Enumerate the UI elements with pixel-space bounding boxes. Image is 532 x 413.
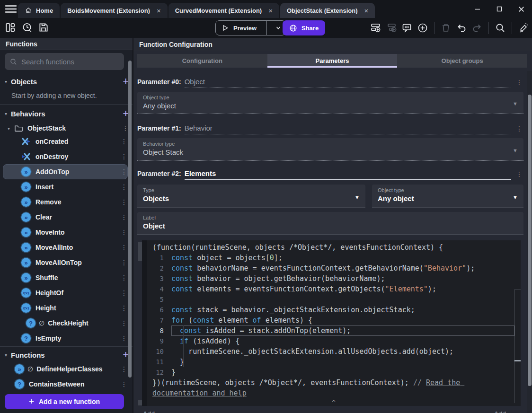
collapse-caret-icon[interactable]: ▾ [8,126,10,131]
kebab-menu-icon[interactable]: ⋮ [516,125,523,134]
code-line-1[interactable]: 1const object = objects[0]; [152,253,515,263]
sidebar-item-isempty[interactable]: ?IsEmpty⋮ [3,331,128,346]
kebab-menu-icon[interactable]: ⋮ [121,289,127,297]
sidebar-item-containsbetween[interactable]: ?ContainsBetween⋮ [3,377,128,392]
code-line-12[interactable]: 12} [152,367,515,378]
kebab-menu-icon[interactable]: ⋮ [121,228,127,236]
edit-scene-icon[interactable] [518,22,529,34]
kebab-menu-icon[interactable]: ⋮ [121,319,127,327]
kebab-menu-icon[interactable]: ⋮ [121,334,127,342]
sidebar-item-ondestroy[interactable]: onDestroy⋮ [3,149,128,164]
maximize-button[interactable] [488,0,510,18]
titlebar-tab-boidsmovement-extension-[interactable]: BoidsMovement (Extension)× [61,3,168,18]
sidebar-item-remove[interactable]: »Remove⋮ [3,194,128,210]
kebab-menu-icon[interactable]: ⋮ [122,124,129,132]
tab-configuration[interactable]: Configuration [137,54,267,68]
javascript-code-editor[interactable]: (function(runtimeScene, objects /*Object… [147,240,521,406]
kebab-menu-icon[interactable]: ⋮ [121,183,127,191]
main-scrollbar-thumb[interactable] [528,95,532,386]
sidebar-item-moveallontop[interactable]: »MoveAllOnTop⋮ [3,255,128,270]
search-functions-box[interactable] [5,53,124,70]
behavior-type-select[interactable]: Behavior type Object Stack ▼ [137,138,523,161]
event-handle[interactable] [138,400,142,405]
collapse-caret-icon[interactable]: ▾ [5,352,7,358]
titlebar-tab-home[interactable]: Home [18,3,60,18]
search-functions-input[interactable] [21,58,111,66]
delete-icon[interactable] [440,22,452,34]
kebab-menu-icon[interactable]: ⋮ [121,153,127,160]
tab-close-icon[interactable]: × [268,7,273,15]
kebab-menu-icon[interactable]: ⋮ [516,79,523,88]
code-line-4[interactable]: 4const elements = eventsFunctionContext.… [152,284,515,294]
parameter-name-input[interactable]: Behavior [185,124,511,134]
parameter-name-input[interactable]: Object [185,78,511,88]
object-type-select[interactable]: Object type Any object ▼ [137,92,523,114]
share-button[interactable]: Share [283,20,325,35]
add-event-icon[interactable] [370,22,381,34]
add-circle-icon[interactable] [417,22,428,34]
collapse-caret-icon[interactable]: ▾ [5,79,7,84]
code-line-5[interactable]: 5 [152,294,515,305]
main-menu-icon[interactable] [5,4,17,14]
collapse-caret-icon[interactable]: ▾ [5,111,7,116]
add-action-link[interactable]: Add... [143,410,160,413]
add-action-link[interactable]: Add... [494,410,511,413]
sidebar-item-height[interactable]: f(x)Height⋮ [3,300,128,316]
redo-icon[interactable] [471,22,483,34]
editor-expander-icon[interactable]: ^ [152,398,515,406]
kebab-menu-icon[interactable]: ⋮ [121,274,127,281]
minimize-button[interactable] [467,0,488,18]
tab-parameters[interactable]: Parameters [267,54,398,68]
sidebar-item-moveallinto[interactable]: »MoveAllInto⋮ [3,240,128,255]
code-line-7[interactable]: 7for (const element of elements) { [152,315,515,325]
sidebar-item-moveinto[interactable]: »MoveInto⋮ [3,225,128,240]
sidebar-item-addontop[interactable]: »AddOnTop⋮ [3,164,128,179]
kebab-menu-icon[interactable]: ⋮ [121,365,127,373]
kebab-menu-icon[interactable]: ⋮ [516,170,523,180]
main-scrollbar-track[interactable] [527,71,532,413]
sidebar-item-definehelperclasses[interactable]: »∅DefineHelperClasses⋮ [3,361,128,377]
kebab-menu-icon[interactable]: ⋮ [121,168,127,176]
kebab-menu-icon[interactable]: ⋮ [121,244,127,251]
add-new-function-button[interactable]: + Add a new function [5,394,124,409]
sidebar-item-heightof[interactable]: f(x)HeightOf⋮ [3,285,128,300]
tab-close-icon[interactable]: × [157,7,161,15]
type-select[interactable]: Type Objects ▼ [137,185,365,208]
kebab-menu-icon[interactable]: ⋮ [121,380,127,388]
kebab-menu-icon[interactable]: ⋮ [121,304,127,312]
label-field[interactable]: Label Object [137,212,523,235]
tab-object-groups[interactable]: Object groups [397,54,527,68]
code-line-6[interactable]: 6const stack = behavior._objectStackExte… [152,305,515,315]
save-icon[interactable] [38,22,49,33]
event-handle[interactable] [138,242,142,261]
code-line-10[interactable]: 10 runtimeScene._objectStackExtension.al… [152,346,515,357]
code-line-2[interactable]: 2const behaviorName = eventsFunctionCont… [152,263,515,273]
object-type-select-2[interactable]: Object type Any object ▼ [372,185,523,208]
code-line-11[interactable]: 11 } [152,357,515,367]
history-icon[interactable] [21,22,33,33]
kebab-menu-icon[interactable]: ⋮ [121,259,127,266]
sidebar-item-insert[interactable]: »Insert⋮ [3,179,128,194]
layout-columns-icon[interactable] [5,22,16,33]
titlebar-tab-objectstack-extension-[interactable]: ObjectStack (Extension)× [280,3,375,18]
tab-close-icon[interactable]: × [364,7,368,15]
add-comment-icon[interactable] [401,22,413,34]
sidebar-item-checkheight[interactable]: ?∅CheckHeight⋮ [3,316,128,331]
sidebar-scrollbar[interactable] [128,61,132,378]
kebab-menu-icon[interactable]: ⋮ [121,213,127,221]
search-icon[interactable] [495,22,506,34]
add-subevent-icon[interactable] [386,22,397,34]
titlebar-tab-curvedmovement-extension-[interactable]: CurvedMovement (Extension)× [168,3,279,18]
code-line-3[interactable]: 3const behavior = object.getBehavior(beh… [152,273,515,284]
behavior-folder-objectstack[interactable]: ▾ ObjectStack ⋮ [8,121,129,135]
kebab-menu-icon[interactable]: ⋮ [121,198,127,206]
sidebar-item-oncreated[interactable]: onCreated⋮ [3,134,128,149]
preview-button[interactable]: Preview [215,20,286,35]
sidebar-item-shuffle[interactable]: »Shuffle⋮ [3,270,128,285]
close-button[interactable] [510,0,532,18]
sidebar-item-clear[interactable]: »Clear⋮ [3,210,128,225]
code-line-9[interactable]: 9 if (isAdded) { [152,336,515,346]
undo-icon[interactable] [456,22,467,34]
parameter-name-input[interactable]: Elements [185,169,511,180]
kebab-menu-icon[interactable]: ⋮ [121,138,127,145]
